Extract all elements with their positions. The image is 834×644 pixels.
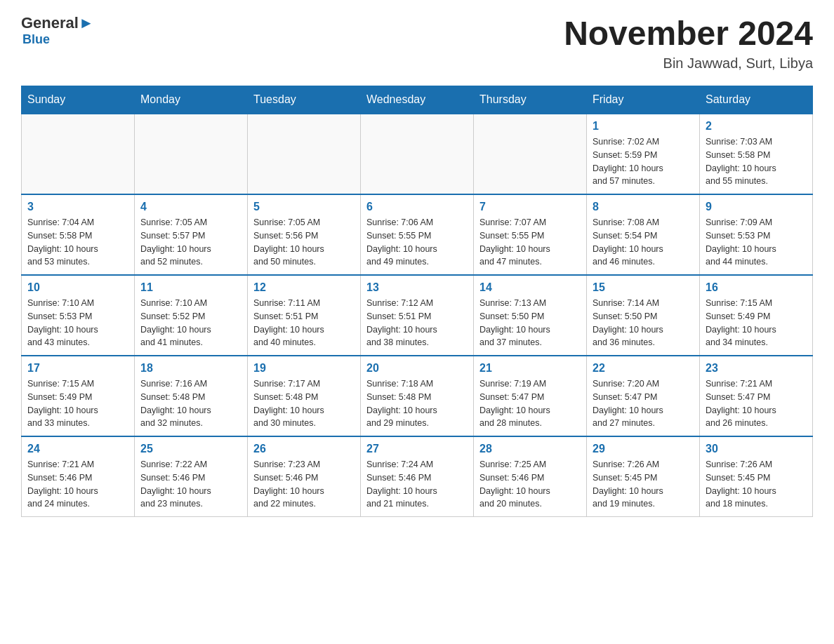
calendar-cell — [248, 114, 361, 194]
calendar-week-row: 24Sunrise: 7:21 AMSunset: 5:46 PMDayligh… — [22, 436, 813, 517]
calendar-day-header: Sunday — [22, 86, 135, 114]
calendar-week-row: 17Sunrise: 7:15 AMSunset: 5:49 PMDayligh… — [22, 356, 813, 436]
day-info: Sunrise: 7:12 AMSunset: 5:51 PMDaylight:… — [366, 297, 468, 349]
day-info: Sunrise: 7:08 AMSunset: 5:54 PMDaylight:… — [593, 216, 694, 269]
calendar-cell: 11Sunrise: 7:10 AMSunset: 5:52 PMDayligh… — [135, 275, 248, 356]
day-number: 17 — [27, 362, 128, 375]
day-info: Sunrise: 7:21 AMSunset: 5:47 PMDaylight:… — [706, 377, 807, 430]
calendar-cell: 30Sunrise: 7:26 AMSunset: 5:45 PMDayligh… — [700, 436, 813, 517]
day-info: Sunrise: 7:26 AMSunset: 5:45 PMDaylight:… — [593, 458, 694, 511]
day-info: Sunrise: 7:15 AMSunset: 5:49 PMDaylight:… — [27, 377, 128, 430]
calendar-cell: 20Sunrise: 7:18 AMSunset: 5:48 PMDayligh… — [361, 356, 474, 436]
day-number: 5 — [253, 201, 355, 213]
day-number: 15 — [593, 281, 694, 294]
calendar-cell: 22Sunrise: 7:20 AMSunset: 5:47 PMDayligh… — [587, 356, 700, 436]
day-number: 11 — [140, 281, 241, 294]
day-number: 2 — [706, 120, 807, 133]
calendar-cell: 26Sunrise: 7:23 AMSunset: 5:46 PMDayligh… — [248, 436, 361, 517]
day-number: 1 — [593, 120, 694, 133]
day-info: Sunrise: 7:02 AMSunset: 5:59 PMDaylight:… — [593, 135, 694, 188]
calendar-cell — [474, 114, 587, 194]
day-info: Sunrise: 7:26 AMSunset: 5:45 PMDaylight:… — [706, 458, 807, 511]
calendar-cell: 15Sunrise: 7:14 AMSunset: 5:50 PMDayligh… — [587, 275, 700, 356]
calendar-cell: 28Sunrise: 7:25 AMSunset: 5:46 PMDayligh… — [474, 436, 587, 517]
calendar-cell: 8Sunrise: 7:08 AMSunset: 5:54 PMDaylight… — [587, 194, 700, 275]
calendar-day-header: Thursday — [474, 86, 587, 114]
day-number: 4 — [140, 201, 241, 213]
day-number: 3 — [27, 201, 128, 213]
calendar-day-header: Friday — [587, 86, 700, 114]
day-info: Sunrise: 7:22 AMSunset: 5:46 PMDaylight:… — [140, 458, 241, 511]
day-info: Sunrise: 7:05 AMSunset: 5:56 PMDaylight:… — [253, 216, 355, 269]
calendar-week-row: 3Sunrise: 7:04 AMSunset: 5:58 PMDaylight… — [22, 194, 813, 275]
calendar-cell — [22, 114, 135, 194]
calendar-cell: 27Sunrise: 7:24 AMSunset: 5:46 PMDayligh… — [361, 436, 474, 517]
day-info: Sunrise: 7:04 AMSunset: 5:58 PMDaylight:… — [27, 216, 128, 269]
calendar-week-row: 1Sunrise: 7:02 AMSunset: 5:59 PMDaylight… — [22, 114, 813, 194]
day-info: Sunrise: 7:24 AMSunset: 5:46 PMDaylight:… — [366, 458, 468, 511]
calendar-cell: 13Sunrise: 7:12 AMSunset: 5:51 PMDayligh… — [361, 275, 474, 356]
day-info: Sunrise: 7:15 AMSunset: 5:49 PMDaylight:… — [706, 297, 807, 349]
calendar-cell: 19Sunrise: 7:17 AMSunset: 5:48 PMDayligh… — [248, 356, 361, 436]
calendar-cell: 1Sunrise: 7:02 AMSunset: 5:59 PMDaylight… — [587, 114, 700, 194]
day-info: Sunrise: 7:09 AMSunset: 5:53 PMDaylight:… — [706, 216, 807, 269]
calendar-cell: 23Sunrise: 7:21 AMSunset: 5:47 PMDayligh… — [700, 356, 813, 436]
day-number: 27 — [366, 443, 468, 455]
day-info: Sunrise: 7:16 AMSunset: 5:48 PMDaylight:… — [140, 377, 241, 430]
calendar-cell: 12Sunrise: 7:11 AMSunset: 5:51 PMDayligh… — [248, 275, 361, 356]
day-info: Sunrise: 7:21 AMSunset: 5:46 PMDaylight:… — [27, 458, 128, 511]
day-number: 26 — [253, 443, 355, 455]
logo-text: General ► — [21, 14, 94, 32]
day-number: 18 — [140, 362, 241, 375]
calendar-day-header: Saturday — [700, 86, 813, 114]
calendar-cell: 10Sunrise: 7:10 AMSunset: 5:53 PMDayligh… — [22, 275, 135, 356]
calendar-cell: 2Sunrise: 7:03 AMSunset: 5:58 PMDaylight… — [700, 114, 813, 194]
day-info: Sunrise: 7:05 AMSunset: 5:57 PMDaylight:… — [140, 216, 241, 269]
day-info: Sunrise: 7:25 AMSunset: 5:46 PMDaylight:… — [479, 458, 581, 511]
calendar-cell: 21Sunrise: 7:19 AMSunset: 5:47 PMDayligh… — [474, 356, 587, 436]
calendar-cell: 6Sunrise: 7:06 AMSunset: 5:55 PMDaylight… — [361, 194, 474, 275]
calendar-cell — [361, 114, 474, 194]
day-number: 20 — [366, 362, 468, 375]
day-number: 8 — [593, 201, 694, 213]
day-number: 14 — [479, 281, 581, 294]
calendar-day-header: Tuesday — [248, 86, 361, 114]
day-number: 12 — [253, 281, 355, 294]
day-number: 22 — [593, 362, 694, 375]
calendar-day-header: Monday — [135, 86, 248, 114]
calendar-cell: 29Sunrise: 7:26 AMSunset: 5:45 PMDayligh… — [587, 436, 700, 517]
calendar-cell: 7Sunrise: 7:07 AMSunset: 5:55 PMDaylight… — [474, 194, 587, 275]
calendar-cell: 18Sunrise: 7:16 AMSunset: 5:48 PMDayligh… — [135, 356, 248, 436]
calendar-cell: 25Sunrise: 7:22 AMSunset: 5:46 PMDayligh… — [135, 436, 248, 517]
day-info: Sunrise: 7:10 AMSunset: 5:52 PMDaylight:… — [140, 297, 241, 349]
logo-general: General — [21, 14, 79, 32]
calendar-cell: 24Sunrise: 7:21 AMSunset: 5:46 PMDayligh… — [22, 436, 135, 517]
month-title: November 2024 — [564, 14, 813, 53]
title-section: November 2024 Bin Jawwad, Surt, Libya — [564, 14, 813, 72]
calendar-cell: 9Sunrise: 7:09 AMSunset: 5:53 PMDaylight… — [700, 194, 813, 275]
day-number: 6 — [366, 201, 468, 213]
day-info: Sunrise: 7:19 AMSunset: 5:47 PMDaylight:… — [479, 377, 581, 430]
day-number: 16 — [706, 281, 807, 294]
calendar-table: SundayMondayTuesdayWednesdayThursdayFrid… — [21, 86, 813, 517]
day-number: 24 — [27, 443, 128, 455]
day-info: Sunrise: 7:13 AMSunset: 5:50 PMDaylight:… — [479, 297, 581, 349]
day-info: Sunrise: 7:18 AMSunset: 5:48 PMDaylight:… — [366, 377, 468, 430]
day-info: Sunrise: 7:10 AMSunset: 5:53 PMDaylight:… — [27, 297, 128, 349]
location-label: Bin Jawwad, Surt, Libya — [564, 55, 813, 72]
calendar-cell — [135, 114, 248, 194]
day-number: 21 — [479, 362, 581, 375]
day-info: Sunrise: 7:11 AMSunset: 5:51 PMDaylight:… — [253, 297, 355, 349]
day-number: 28 — [479, 443, 581, 455]
day-number: 13 — [366, 281, 468, 294]
day-number: 29 — [593, 443, 694, 455]
day-info: Sunrise: 7:03 AMSunset: 5:58 PMDaylight:… — [706, 135, 807, 188]
day-number: 19 — [253, 362, 355, 375]
day-info: Sunrise: 7:17 AMSunset: 5:48 PMDaylight:… — [253, 377, 355, 430]
day-number: 7 — [479, 201, 581, 213]
calendar-cell: 17Sunrise: 7:15 AMSunset: 5:49 PMDayligh… — [22, 356, 135, 436]
day-info: Sunrise: 7:20 AMSunset: 5:47 PMDaylight:… — [593, 377, 694, 430]
calendar-day-header: Wednesday — [361, 86, 474, 114]
logo-blue-text: ► — [79, 14, 94, 32]
day-info: Sunrise: 7:14 AMSunset: 5:50 PMDaylight:… — [593, 297, 694, 349]
